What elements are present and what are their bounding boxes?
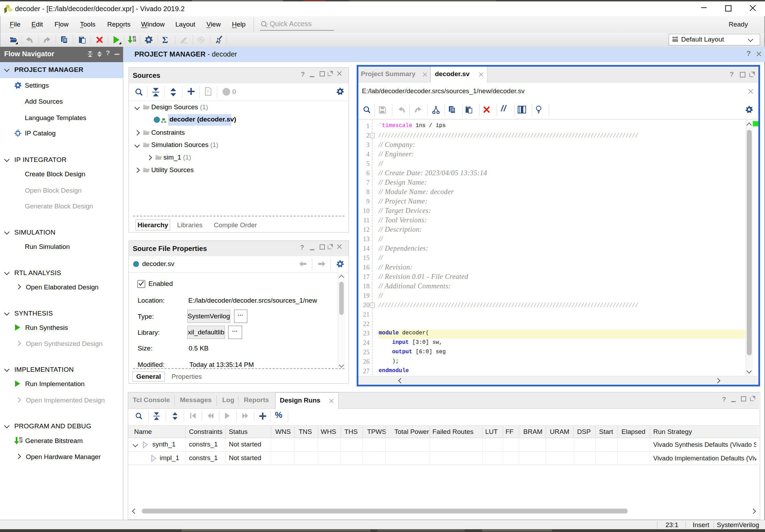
svg-text:01: 01 <box>19 437 23 440</box>
svg-text:10: 10 <box>133 39 136 42</box>
svg-text:?: ? <box>206 89 209 94</box>
svg-text:01: 01 <box>133 36 136 39</box>
svg-text:10: 10 <box>19 440 23 443</box>
